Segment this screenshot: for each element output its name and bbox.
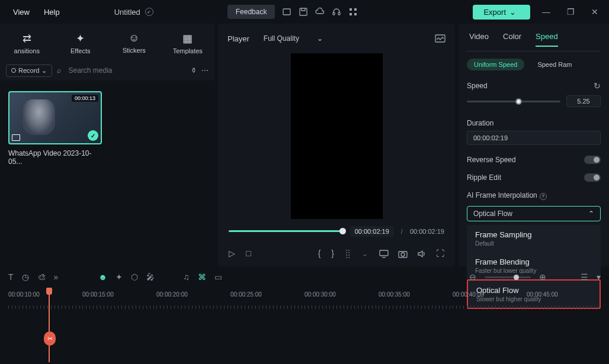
play-button[interactable]: ▷ xyxy=(229,249,235,258)
frameinterp-dropdown[interactable]: Optical Flow ⌃ xyxy=(467,206,601,221)
clip-added-icon: ✓ xyxy=(88,130,98,141)
mark-in-icon[interactable]: { xyxy=(318,249,321,258)
duration-row: Duration xyxy=(467,113,601,131)
inspector-panel: Video Color Speed Uniform Speed Speed Ra… xyxy=(459,24,609,266)
grid-icon[interactable] xyxy=(348,7,358,17)
more-tools-icon[interactable]: » xyxy=(54,272,59,282)
volume-icon[interactable] xyxy=(417,249,427,258)
reverse-toggle[interactable] xyxy=(584,156,601,164)
text-tool-icon[interactable]: T xyxy=(8,272,14,282)
snapshot-icon[interactable] xyxy=(435,34,445,43)
ruler-mark: 00:00:35:00 xyxy=(379,291,453,307)
quality-select[interactable]: Full Quality ⌄ xyxy=(259,32,328,45)
tab-speed[interactable]: Speed xyxy=(536,32,558,47)
tab-stickers[interactable]: ☺Stickers xyxy=(107,28,161,60)
subtab-uniform[interactable]: Uniform Speed xyxy=(467,59,524,70)
frame-icon[interactable]: ▭ xyxy=(214,272,222,282)
tab-effects[interactable]: ✦Effects xyxy=(54,28,108,60)
clip-type-icon xyxy=(12,134,20,141)
export-button[interactable]: Export ⌄ xyxy=(473,5,530,20)
filter-icon[interactable]: ⚱ xyxy=(191,66,197,75)
zoom-slider[interactable] xyxy=(485,276,531,278)
feedback-button[interactable]: Feedback xyxy=(227,5,275,19)
option-frame-sampling[interactable]: Frame Sampling Default xyxy=(467,225,601,252)
timeline-panel: T ◷ 🎨︎ » ☻ ✦ ⬡ 🎤︎ ♫ ⌘ ▭ ⊖ ⊕ ☰ ▾ 00:00:10… xyxy=(0,266,609,364)
effects-icon: ✦ xyxy=(56,32,105,45)
tab-transitions[interactable]: ⇄ansitions xyxy=(0,28,54,60)
subtab-ramp[interactable]: Speed Ram xyxy=(530,59,579,70)
preview-video[interactable] xyxy=(291,53,383,219)
magnet-icon[interactable]: ⌘ xyxy=(198,272,206,282)
duration-input[interactable]: 00:00:02:19 xyxy=(467,131,601,145)
menu-view[interactable]: View xyxy=(6,4,37,20)
close-button[interactable]: ✕ xyxy=(586,5,603,19)
shield-icon[interactable]: ⬡ xyxy=(131,272,138,282)
tab-templates[interactable]: ▦Templates xyxy=(161,28,215,60)
cut-marker[interactable]: ✂ xyxy=(44,331,56,346)
tab-color[interactable]: Color xyxy=(503,32,521,46)
clip-name: WhatsApp Video 2023-10-05... xyxy=(8,149,102,166)
layout-icon[interactable] xyxy=(282,7,291,17)
tab-label: ansitions xyxy=(14,47,40,54)
more-icon[interactable]: ⋯ xyxy=(201,66,209,75)
save-icon[interactable] xyxy=(299,7,308,17)
svg-rect-4 xyxy=(350,8,352,11)
tab-video[interactable]: Video xyxy=(469,32,489,46)
music-icon[interactable]: ♫ xyxy=(183,272,190,282)
option-title: Frame Blending xyxy=(475,257,592,266)
menu-help[interactable]: Help xyxy=(37,4,67,20)
speed-value[interactable]: 5.25 xyxy=(566,95,601,107)
transitions-icon: ⇄ xyxy=(2,32,52,45)
clip-thumbnail[interactable]: 00:00:13 ✓ xyxy=(8,91,102,144)
option-desc: Default xyxy=(475,240,592,247)
mark-out-icon[interactable]: } xyxy=(331,249,334,258)
mic-icon[interactable]: 🎤︎ xyxy=(146,272,155,282)
search-input[interactable] xyxy=(66,64,186,77)
reverse-label: Reverse Speed xyxy=(467,156,516,164)
list-view-icon[interactable]: ☰ xyxy=(581,272,588,282)
preview-panel: Player Full Quality ⌄ 00:00:02:19 / 00:0… xyxy=(218,24,455,266)
display-icon[interactable] xyxy=(379,249,389,258)
timer-icon[interactable]: ◷ xyxy=(22,272,29,282)
timeline-ruler[interactable]: 00:00:10:00 00:00:15:00 00:00:20:00 00:0… xyxy=(0,288,609,307)
reset-icon[interactable]: ↻ xyxy=(594,81,601,91)
ai-icon[interactable]: ☻ xyxy=(98,272,107,282)
stop-button[interactable]: □ xyxy=(246,249,251,258)
tab-label: Templates xyxy=(173,47,203,54)
duration-label: Duration xyxy=(467,119,493,127)
minimize-button[interactable]: — xyxy=(537,5,555,19)
seekbar[interactable] xyxy=(229,230,343,232)
speed-slider[interactable] xyxy=(467,101,560,102)
ripple-toggle[interactable] xyxy=(584,173,601,182)
settings-chevron-icon[interactable]: ▾ xyxy=(597,272,601,282)
speed-subtabs: Uniform Speed Speed Ram xyxy=(467,51,601,75)
preview-header: Player Full Quality ⌄ xyxy=(218,24,455,53)
media-grid: 00:00:13 ✓ WhatsApp Video 2023-10-05... xyxy=(0,80,214,266)
playhead[interactable] xyxy=(49,291,50,362)
info-icon[interactable]: ? xyxy=(540,193,547,200)
seek-row: 00:00:02:19 / 00:00:02:19 xyxy=(218,219,455,244)
headphones-icon[interactable] xyxy=(332,7,341,17)
record-button[interactable]: Record ⌄ xyxy=(6,65,52,77)
seekbar-thumb[interactable] xyxy=(339,228,346,234)
svg-rect-6 xyxy=(350,13,352,15)
ripple-label: Ripple Edit xyxy=(467,173,501,182)
slider-thumb[interactable] xyxy=(515,98,522,105)
enhance-icon[interactable]: ✦ xyxy=(116,272,123,282)
current-time: 00:00:02:19 xyxy=(350,226,394,237)
camera-icon[interactable] xyxy=(398,249,408,258)
speed-label: Speed xyxy=(467,82,488,90)
fullscreen-icon[interactable]: ⛶ xyxy=(436,249,444,258)
cloud-icon[interactable] xyxy=(315,7,325,17)
playhead-head[interactable] xyxy=(46,288,52,295)
palette-icon[interactable]: 🎨︎ xyxy=(37,272,46,282)
zoom-thumb[interactable] xyxy=(514,275,519,280)
media-tabs: ⇄ansitions ✦Effects ☺Stickers ▦Templates xyxy=(0,24,214,60)
zoom-out-icon[interactable]: ⊖ xyxy=(469,272,476,282)
ruler-mark: 00:00:25:00 xyxy=(230,291,304,307)
media-clip[interactable]: 00:00:13 ✓ WhatsApp Video 2023-10-05... xyxy=(8,91,102,166)
zoom-in-icon[interactable]: ⊕ xyxy=(539,272,546,282)
chevron-down-icon[interactable]: ⌄ xyxy=(361,249,368,258)
maximize-button[interactable]: ❐ xyxy=(562,5,579,19)
crop-icon[interactable]: ⣿ xyxy=(345,249,351,258)
